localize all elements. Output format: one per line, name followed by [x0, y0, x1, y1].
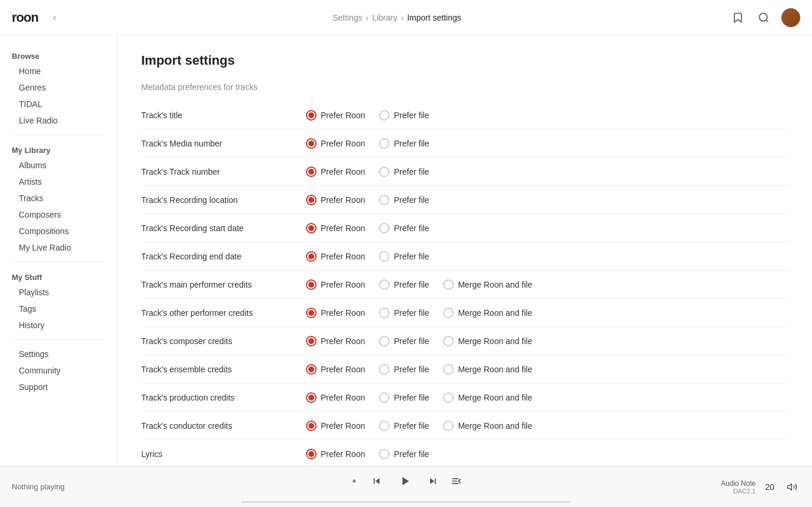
radio-circle-track-media-number-1[interactable] — [379, 138, 390, 149]
breadcrumb-library[interactable]: Library — [372, 13, 397, 22]
radio-option-track-conductor-1[interactable]: Prefer file — [379, 421, 429, 431]
radio-option-track-recording-end-1[interactable]: Prefer file — [379, 251, 429, 262]
volume-icon[interactable] — [784, 479, 800, 495]
shuffle-button[interactable] — [350, 476, 359, 486]
radio-circle-track-recording-location-0[interactable] — [306, 195, 317, 205]
radio-option-track-track-number-1[interactable]: Prefer file — [379, 166, 429, 177]
radio-option-track-production-0[interactable]: Prefer Roon — [306, 392, 365, 403]
sidebar-item-albums[interactable]: Albums — [0, 157, 117, 174]
radio-label-track-track-number-1: Prefer file — [394, 167, 429, 176]
radio-option-track-production-1[interactable]: Prefer file — [379, 392, 429, 403]
radio-circle-track-recording-start-0[interactable] — [306, 223, 317, 234]
radio-circle-track-conductor-1[interactable] — [379, 421, 390, 431]
sidebar-item-playlists[interactable]: Playlists — [0, 284, 117, 301]
sidebar-item-my-live-radio[interactable]: My Live Radio — [0, 239, 117, 256]
queue-button[interactable] — [451, 475, 462, 487]
radio-option-track-recording-start-1[interactable]: Prefer file — [379, 223, 429, 234]
radio-option-track-ensemble-0[interactable]: Prefer Roon — [306, 364, 365, 375]
radio-option-track-recording-location-1[interactable]: Prefer file — [379, 195, 429, 205]
radio-circle-track-recording-location-1[interactable] — [379, 195, 390, 205]
radio-circle-track-recording-start-1[interactable] — [379, 223, 390, 234]
sidebar-item-history[interactable]: History — [0, 317, 117, 333]
radio-circle-track-production-2[interactable] — [443, 392, 454, 403]
radio-circle-track-track-number-0[interactable] — [306, 166, 317, 177]
radio-option-track-main-performer-1[interactable]: Prefer file — [379, 279, 429, 290]
radio-option-track-conductor-0[interactable]: Prefer Roon — [306, 421, 365, 431]
radio-circle-track-other-performer-2[interactable] — [443, 308, 454, 318]
radio-circle-lyrics-0[interactable] — [306, 449, 317, 459]
radio-option-track-composer-2[interactable]: Merge Roon and file — [443, 336, 532, 346]
sidebar-item-compositions[interactable]: Compositions — [0, 223, 117, 239]
sidebar-item-live-radio[interactable]: Live Radio — [0, 112, 117, 129]
radio-option-track-recording-end-0[interactable]: Prefer Roon — [306, 251, 365, 262]
radio-option-track-main-performer-2[interactable]: Merge Roon and file — [443, 279, 532, 290]
radio-circle-track-title-1[interactable] — [379, 110, 390, 121]
radio-circle-lyrics-1[interactable] — [379, 449, 390, 459]
settings-row-track-other-performer: Track's other performer creditsPrefer Ro… — [141, 299, 788, 327]
search-icon[interactable] — [756, 9, 772, 26]
radio-option-track-conductor-2[interactable]: Merge Roon and file — [443, 421, 532, 431]
radio-option-track-other-performer-0[interactable]: Prefer Roon — [306, 308, 365, 318]
radio-circle-track-track-number-1[interactable] — [379, 166, 390, 177]
radio-circle-track-main-performer-2[interactable] — [443, 279, 454, 290]
radio-circle-track-ensemble-1[interactable] — [379, 364, 390, 375]
radio-circle-track-composer-1[interactable] — [379, 336, 390, 346]
radio-option-track-recording-location-0[interactable]: Prefer Roon — [306, 195, 365, 205]
radio-option-track-title-1[interactable]: Prefer file — [379, 110, 429, 121]
radio-option-track-composer-1[interactable]: Prefer file — [379, 336, 429, 346]
breadcrumb-settings[interactable]: Settings — [332, 13, 362, 22]
radio-circle-track-production-1[interactable] — [379, 392, 390, 403]
back-button[interactable]: ‹ — [45, 8, 64, 27]
radio-option-track-media-number-0[interactable]: Prefer Roon — [306, 138, 365, 149]
sidebar-item-community[interactable]: Community — [0, 362, 117, 379]
radio-circle-track-ensemble-0[interactable] — [306, 364, 317, 375]
row-label-track-main-performer: Track's main performer credits — [141, 280, 306, 289]
row-options-track-production: Prefer RoonPrefer fileMerge Roon and fil… — [306, 392, 532, 403]
radio-circle-track-recording-end-1[interactable] — [379, 251, 390, 262]
row-label-track-recording-end: Track's Recording end date — [141, 252, 306, 261]
progress-bar[interactable] — [241, 501, 571, 503]
radio-circle-track-other-performer-0[interactable] — [306, 308, 317, 318]
radio-circle-track-conductor-2[interactable] — [443, 421, 454, 431]
sidebar-item-support[interactable]: Support — [0, 379, 117, 395]
sidebar-item-tags[interactable]: Tags — [0, 301, 117, 317]
radio-circle-track-production-0[interactable] — [306, 392, 317, 403]
radio-option-track-production-2[interactable]: Merge Roon and file — [443, 392, 532, 403]
radio-option-track-composer-0[interactable]: Prefer Roon — [306, 336, 365, 346]
bookmark-icon[interactable] — [730, 9, 746, 26]
radio-circle-track-media-number-0[interactable] — [306, 138, 317, 149]
play-button[interactable] — [394, 471, 415, 492]
sidebar-item-composers[interactable]: Composers — [0, 206, 117, 223]
radio-option-track-other-performer-1[interactable]: Prefer file — [379, 308, 429, 318]
radio-option-lyrics-1[interactable]: Prefer file — [379, 449, 429, 459]
sidebar-item-artists[interactable]: Artists — [0, 174, 117, 190]
radio-option-track-track-number-0[interactable]: Prefer Roon — [306, 166, 365, 177]
sidebar-item-home[interactable]: Home — [0, 63, 117, 79]
sidebar-item-genres[interactable]: Genres — [0, 79, 117, 96]
radio-option-track-recording-start-0[interactable]: Prefer Roon — [306, 223, 365, 234]
radio-circle-track-conductor-0[interactable] — [306, 421, 317, 431]
avatar[interactable] — [781, 8, 800, 27]
sidebar-item-settings[interactable]: Settings — [0, 346, 117, 362]
radio-circle-track-title-0[interactable] — [306, 110, 317, 121]
radio-circle-track-composer-0[interactable] — [306, 336, 317, 346]
radio-label-track-recording-location-1: Prefer file — [394, 195, 429, 205]
radio-circle-track-other-performer-1[interactable] — [379, 308, 390, 318]
next-button[interactable] — [427, 475, 439, 487]
sidebar-item-tidal[interactable]: TIDAL — [0, 96, 117, 112]
sidebar-item-tracks[interactable]: Tracks — [0, 190, 117, 206]
radio-option-track-title-0[interactable]: Prefer Roon — [306, 110, 365, 121]
radio-circle-track-ensemble-2[interactable] — [443, 364, 454, 375]
radio-option-track-ensemble-1[interactable]: Prefer file — [379, 364, 429, 375]
prev-button[interactable] — [371, 475, 382, 487]
row-options-track-recording-end: Prefer RoonPrefer file — [306, 251, 429, 262]
radio-circle-track-composer-2[interactable] — [443, 336, 454, 346]
radio-option-track-main-performer-0[interactable]: Prefer Roon — [306, 279, 365, 290]
radio-option-track-media-number-1[interactable]: Prefer file — [379, 138, 429, 149]
radio-circle-track-main-performer-1[interactable] — [379, 279, 390, 290]
radio-option-lyrics-0[interactable]: Prefer Roon — [306, 449, 365, 459]
radio-circle-track-recording-end-0[interactable] — [306, 251, 317, 262]
radio-circle-track-main-performer-0[interactable] — [306, 279, 317, 290]
radio-option-track-ensemble-2[interactable]: Merge Roon and file — [443, 364, 532, 375]
radio-option-track-other-performer-2[interactable]: Merge Roon and file — [443, 308, 532, 318]
